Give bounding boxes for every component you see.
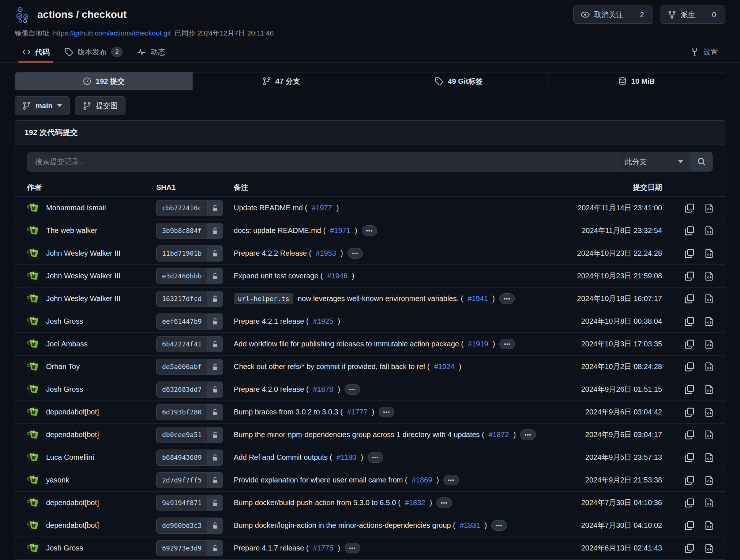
commit-author-name[interactable]: John Wesley Walker III — [46, 249, 120, 258]
copy-sha-icon[interactable] — [685, 521, 694, 530]
stat-commits[interactable]: 192 提交 — [15, 72, 192, 90]
commit-more-button[interactable]: ••• — [499, 293, 515, 304]
copy-sha-icon[interactable] — [685, 362, 694, 372]
commit-sha-button[interactable]: de5a000abf — [156, 359, 223, 375]
copy-sha-icon[interactable] — [685, 249, 694, 258]
commit-sha-button[interactable]: eef61447b9 — [156, 313, 223, 330]
repo-avatar-icon[interactable] — [15, 6, 31, 23]
commit-issue-link[interactable]: #1869 — [412, 476, 432, 484]
fork-button[interactable]: 派生 0 — [660, 5, 725, 24]
browse-source-icon[interactable] — [705, 544, 714, 553]
commit-author-name[interactable]: Joel Ambass — [46, 340, 87, 348]
avatar[interactable] — [27, 474, 40, 487]
tab-settings[interactable]: 设置 — [683, 42, 725, 62]
avatar[interactable] — [27, 383, 40, 396]
browse-source-icon[interactable] — [705, 226, 714, 236]
commit-issue-link[interactable]: #1977 — [312, 204, 332, 212]
commit-msg-pre[interactable]: Bump the minor-npm-dependencies group ac… — [234, 431, 484, 439]
commit-msg-pre[interactable]: Add workflow file for publishing release… — [234, 340, 463, 348]
commit-sha-button[interactable]: 6d193bf280 — [156, 404, 223, 420]
stat-size[interactable]: 10 MiB — [548, 72, 725, 90]
copy-sha-icon[interactable] — [685, 498, 694, 508]
commit-issue-link[interactable]: #1872 — [489, 431, 509, 439]
avatar[interactable] — [27, 247, 40, 260]
browse-source-icon[interactable] — [705, 385, 714, 394]
unwatch-button[interactable]: 取消关注 2 — [573, 5, 653, 24]
commit-author-name[interactable]: John Wesley Walker III — [46, 294, 120, 303]
browse-source-icon[interactable] — [705, 249, 714, 258]
browse-source-icon[interactable] — [705, 407, 714, 417]
commit-issue-link[interactable]: #1878 — [313, 385, 334, 394]
stat-tags[interactable]: 49 Git标签 — [370, 72, 548, 90]
copy-sha-icon[interactable] — [685, 385, 694, 394]
commit-author-name[interactable]: Mohammad Ismail — [46, 204, 106, 212]
copy-sha-icon[interactable] — [685, 544, 694, 553]
browse-source-icon[interactable] — [705, 317, 714, 326]
commit-sha-button[interactable]: 11bd71901b — [156, 245, 223, 262]
avatar[interactable] — [27, 292, 40, 305]
avatar[interactable] — [27, 338, 40, 351]
commit-sha-button[interactable]: 2d7d9f7ff5 — [156, 472, 223, 488]
commit-msg-pre[interactable]: Provide explanation for where user email… — [234, 476, 407, 484]
branch-selector[interactable]: main — [15, 96, 70, 115]
browse-source-icon[interactable] — [705, 271, 714, 281]
avatar[interactable] — [27, 451, 40, 464]
avatar[interactable] — [27, 542, 40, 555]
commit-graph-button[interactable]: 提交图 — [75, 96, 125, 115]
browse-source-icon[interactable] — [705, 498, 714, 508]
commit-msg-pre[interactable]: Bump docker/login-action in the minor-ac… — [234, 521, 455, 530]
copy-sha-icon[interactable] — [685, 294, 694, 304]
commit-author-name[interactable]: Luca Comellini — [46, 453, 94, 462]
commit-more-button[interactable]: ••• — [499, 339, 515, 349]
commit-sha-button[interactable]: dd960bd3c3 — [156, 518, 223, 534]
avatar[interactable] — [27, 224, 40, 237]
commit-msg-pre[interactable]: Prepare 4.1.7 release ( — [234, 544, 309, 552]
commit-sha-button[interactable]: e3d2460bbb — [156, 268, 223, 284]
commit-more-button[interactable]: ••• — [368, 452, 383, 463]
commit-issue-link[interactable]: #1946 — [327, 272, 348, 280]
avatar[interactable] — [27, 315, 40, 328]
commit-more-button[interactable]: ••• — [362, 225, 377, 236]
commit-issue-link[interactable]: #1925 — [313, 317, 334, 326]
commit-msg-pre[interactable]: Bump docker/build-push-action from 5.3.0… — [234, 499, 401, 507]
copy-sha-icon[interactable] — [685, 430, 694, 440]
commit-sha-button[interactable]: 9a9194f871 — [156, 495, 223, 511]
copy-sha-icon[interactable] — [685, 317, 694, 326]
avatar[interactable] — [27, 428, 40, 441]
browse-source-icon[interactable] — [705, 362, 714, 372]
commit-issue-link[interactable]: #1919 — [468, 340, 488, 348]
browse-source-icon[interactable] — [705, 521, 714, 530]
commit-author-name[interactable]: Orhan Toy — [46, 362, 80, 371]
avatar[interactable] — [27, 360, 40, 373]
commit-issue-link[interactable]: #1775 — [313, 544, 334, 552]
tab-activity[interactable]: 动态 — [130, 42, 172, 62]
avatar[interactable] — [27, 496, 40, 510]
commit-issue-link[interactable]: #1831 — [460, 521, 480, 530]
commit-more-button[interactable]: ••• — [348, 248, 363, 259]
commit-author-name[interactable]: John Wesley Walker III — [46, 272, 120, 280]
commit-author-name[interactable]: Josh Gross — [46, 544, 83, 552]
commit-issue-link[interactable]: #1924 — [434, 362, 455, 371]
browse-source-icon[interactable] — [705, 430, 714, 440]
commit-msg-pre[interactable]: Prepare 4.2.1 release ( — [234, 317, 309, 326]
commit-sha-button[interactable]: 163217dfcd — [156, 291, 223, 307]
commit-more-button[interactable]: ••• — [436, 497, 452, 508]
search-input[interactable] — [28, 152, 617, 171]
commit-msg-pre[interactable]: Check out other refs/* by commit if prov… — [234, 362, 430, 371]
commit-msg-pre[interactable]: Prepare 4.2.2 Release ( — [234, 249, 311, 258]
commit-more-button[interactable]: ••• — [345, 384, 360, 395]
copy-sha-icon[interactable] — [685, 453, 694, 462]
search-button[interactable] — [691, 152, 712, 171]
commit-msg-pre[interactable]: docs: update README.md ( — [234, 226, 326, 235]
commit-more-button[interactable]: ••• — [443, 475, 459, 485]
browse-source-icon[interactable] — [705, 203, 714, 213]
branch-scope-dropdown[interactable]: 此分支 — [617, 152, 691, 171]
commit-author-name[interactable]: dependabot[bot] — [46, 431, 99, 439]
copy-sha-icon[interactable] — [685, 203, 694, 213]
commit-sha-button[interactable]: b684943689 — [156, 450, 223, 466]
commit-sha-button[interactable]: d632683dd7 — [156, 382, 223, 398]
copy-sha-icon[interactable] — [685, 407, 694, 417]
commit-msg-pre[interactable]: now leverages well-known environment var… — [298, 294, 463, 303]
commit-author-name[interactable]: dependabot[bot] — [46, 521, 99, 530]
commit-author-name[interactable]: Josh Gross — [46, 317, 83, 326]
